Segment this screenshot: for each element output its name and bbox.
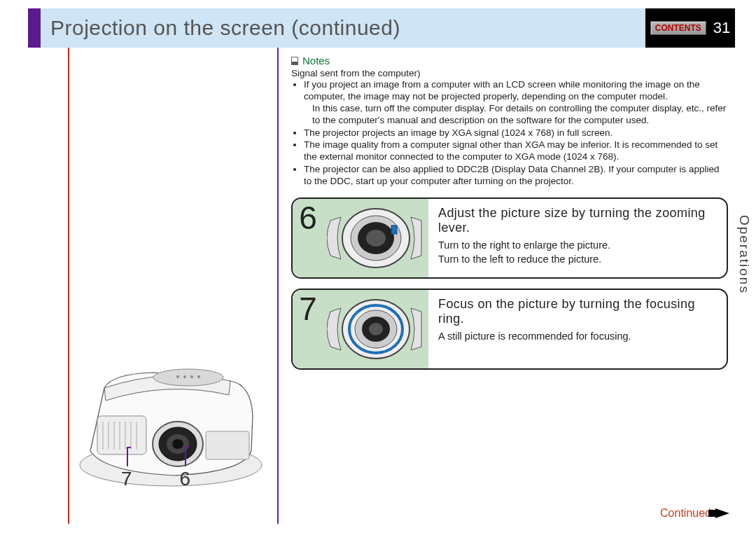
left-margin [28,48,69,524]
figure-callouts: 7 6 [121,468,190,490]
page-number: 31 [713,19,730,37]
svg-point-3 [183,375,186,378]
notes-item: The projector can be also applied to DDC… [304,164,728,188]
step-number: 7 [299,293,317,325]
callout-6: 6 [180,468,191,490]
arrow-right-icon [715,508,729,518]
main-column: Notes Signal sent from the computer) If … [279,48,735,524]
continued-footer: Continued [660,507,729,520]
step-number-wrap: 6 [293,199,323,277]
callout-7: 7 [121,468,132,490]
step-number-wrap: 7 [293,290,323,368]
step-7-card: 7 Focus on the picture by turning the fo… [291,289,728,370]
notes-header: Notes [291,55,728,67]
notes-item: If you project an image from a computer … [304,79,728,103]
header-accent [28,8,41,48]
focus-ring-illustration [323,290,428,368]
notes-list: If you project an image from a computer … [291,79,728,188]
continued-label: Continued [660,507,711,520]
step-6-card: 6 Adjust the picture size by turning the [291,197,728,279]
step-title: Focus on the picture by turning the focu… [438,297,717,327]
left-column: 7 6 [69,48,279,524]
svg-rect-23 [391,225,397,234]
svg-rect-6 [97,416,146,454]
svg-point-2 [176,375,179,378]
header-right-block: CONTENTS 31 [645,8,735,48]
svg-point-4 [190,375,193,378]
notes-item-indent: In this case, turn off the computer disp… [312,103,728,127]
section-side-tab: Operations [735,202,753,307]
contents-button[interactable]: CONTENTS [650,21,706,35]
page-title: Projection on the screen (continued) [50,16,400,40]
svg-point-17 [172,439,183,449]
notes-heading: Notes [302,55,330,67]
section-label: Operations [736,215,752,294]
notes-item: The image quality from a computer signal… [304,139,728,163]
step-title: Adjust the picture size by turning the z… [438,206,717,236]
notes-subheading: Signal sent from the computer) [291,68,728,78]
title-background: Projection on the screen (continued) [41,8,645,48]
svg-point-1 [153,369,223,386]
notes-item: The projector projects an image by XGA s… [304,127,728,139]
svg-point-28 [369,323,383,335]
step-text: Focus on the picture by turning the focu… [428,290,727,368]
projector-figure: 7 6 [69,346,272,503]
step-text: Adjust the picture size by turning the z… [428,199,727,277]
body: 7 6 Notes Signal sent from the computer)… [28,48,735,524]
step-desc: A still picture is recommended for focus… [438,330,717,344]
svg-point-5 [197,375,200,378]
step-desc: Turn to the right to enlarge the picture… [438,239,717,266]
svg-point-22 [366,230,386,246]
lens-zoom-icon [327,203,425,273]
memo-icon [291,57,298,65]
header-bar: Projection on the screen (continued) CON… [28,8,735,48]
page: Projection on the screen (continued) CON… [28,8,735,527]
zoom-lever-illustration [323,199,428,277]
svg-rect-18 [206,431,249,459]
step-number: 6 [299,202,317,234]
lens-focus-icon [327,294,425,364]
